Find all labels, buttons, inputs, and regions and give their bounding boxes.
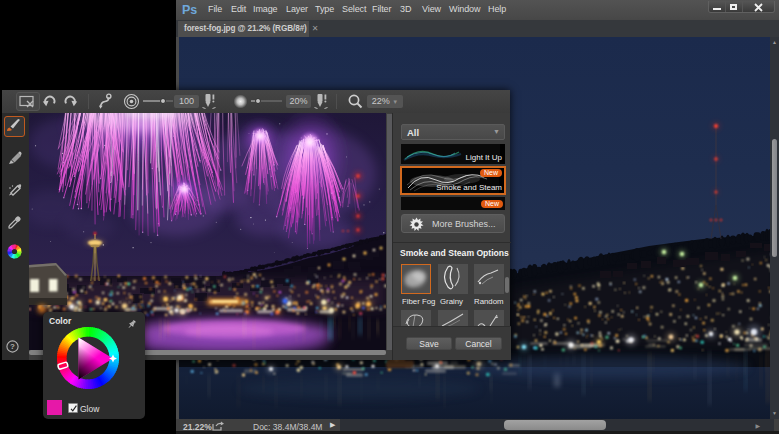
svg-text:?: ? <box>10 342 15 351</box>
